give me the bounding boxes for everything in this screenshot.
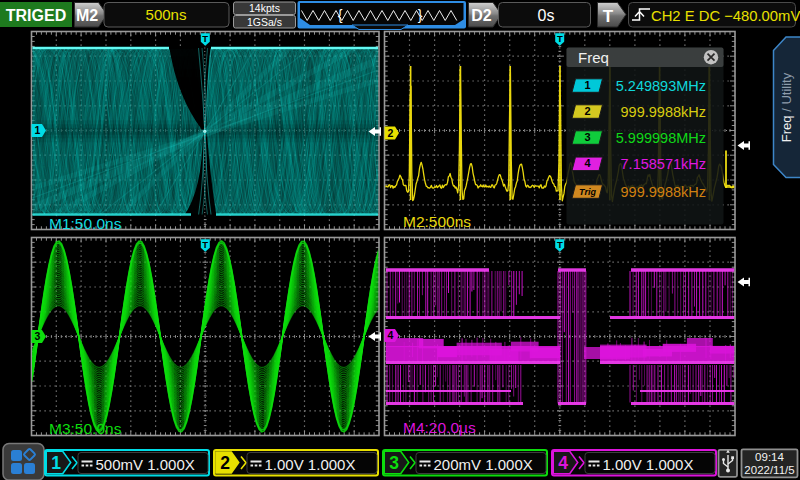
svg-text:14kpts: 14kpts bbox=[249, 2, 280, 14]
svg-text:M2: M2 bbox=[76, 7, 98, 24]
svg-text:T: T bbox=[202, 33, 208, 44]
svg-text:D2: D2 bbox=[471, 7, 492, 24]
svg-text:1: 1 bbox=[35, 124, 41, 136]
svg-text:Freq / Utility: Freq / Utility bbox=[779, 72, 794, 142]
svg-text:3: 3 bbox=[35, 330, 41, 342]
svg-text:4: 4 bbox=[388, 329, 394, 341]
svg-text:2: 2 bbox=[220, 453, 230, 473]
svg-text:T: T bbox=[557, 33, 563, 44]
svg-text:T: T bbox=[557, 239, 563, 250]
svg-text:999.9988kHz: 999.9988kHz bbox=[621, 104, 706, 120]
svg-text:{: { bbox=[338, 7, 343, 23]
svg-text:CH2 E DC −480.00mV: CH2 E DC −480.00mV bbox=[651, 8, 800, 24]
svg-text:T: T bbox=[603, 7, 614, 26]
svg-text:4: 4 bbox=[584, 157, 591, 169]
svg-text:Trig: Trig bbox=[579, 187, 596, 197]
svg-text:999.9988kHz: 999.9988kHz bbox=[621, 184, 706, 200]
svg-text:5.249893MHz: 5.249893MHz bbox=[616, 78, 706, 94]
svg-text:500mV 1.000X: 500mV 1.000X bbox=[96, 456, 195, 473]
svg-text:7.158571kHz: 7.158571kHz bbox=[621, 156, 706, 172]
svg-text:1: 1 bbox=[584, 79, 590, 91]
svg-text:T: T bbox=[202, 239, 208, 250]
svg-text:2022/11/5: 2022/11/5 bbox=[744, 464, 794, 476]
svg-text:M2:500ns: M2:500ns bbox=[403, 213, 471, 230]
svg-text:Freq: Freq bbox=[578, 49, 609, 66]
svg-text:M1:50.0ns: M1:50.0ns bbox=[49, 215, 122, 232]
svg-text:2: 2 bbox=[388, 127, 394, 139]
svg-text:1GSa/s: 1GSa/s bbox=[247, 16, 282, 28]
svg-text:09:14: 09:14 bbox=[755, 451, 784, 463]
svg-text:1.00V 1.000X: 1.00V 1.000X bbox=[603, 456, 694, 473]
svg-text:TRIGED: TRIGED bbox=[6, 7, 66, 24]
svg-text:0s: 0s bbox=[538, 7, 555, 24]
svg-text:2: 2 bbox=[584, 105, 590, 117]
svg-text:}: } bbox=[418, 7, 423, 23]
svg-text:1: 1 bbox=[51, 453, 61, 473]
svg-text:5.999998MHz: 5.999998MHz bbox=[616, 130, 706, 146]
svg-text:500ns: 500ns bbox=[146, 6, 187, 23]
svg-text:4: 4 bbox=[558, 453, 568, 473]
svg-text:3: 3 bbox=[389, 453, 399, 473]
svg-text:1.00V 1.000X: 1.00V 1.000X bbox=[265, 456, 356, 473]
svg-text:3: 3 bbox=[584, 131, 590, 143]
svg-text:200mV 1.000X: 200mV 1.000X bbox=[434, 456, 533, 473]
svg-text:M3:50.0ns: M3:50.0ns bbox=[49, 420, 122, 437]
svg-text:M4:20.0µs: M4:20.0µs bbox=[403, 419, 476, 436]
